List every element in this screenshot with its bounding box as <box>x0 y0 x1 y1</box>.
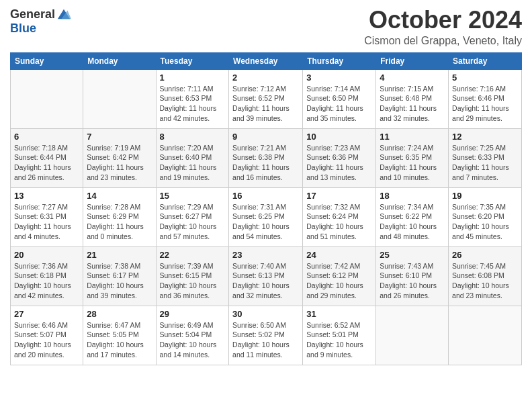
day-number: 13 <box>14 191 79 201</box>
calendar-cell: 14Sunrise: 7:28 AM Sunset: 6:29 PM Dayli… <box>83 187 156 246</box>
calendar-cell: 18Sunrise: 7:34 AM Sunset: 6:22 PM Dayli… <box>376 187 449 246</box>
calendar-header-saturday: Saturday <box>449 52 522 69</box>
calendar-cell: 1Sunrise: 7:11 AM Sunset: 6:53 PM Daylig… <box>156 69 229 128</box>
day-number: 26 <box>452 250 518 260</box>
day-number: 14 <box>87 191 152 201</box>
day-number: 4 <box>380 73 445 83</box>
day-detail: Sunrise: 6:52 AM Sunset: 5:01 PM Dayligh… <box>306 320 372 360</box>
calendar-cell: 28Sunrise: 6:47 AM Sunset: 5:05 PM Dayli… <box>83 306 156 365</box>
day-detail: Sunrise: 7:35 AM Sunset: 6:20 PM Dayligh… <box>452 202 518 242</box>
day-number: 30 <box>232 309 299 319</box>
day-detail: Sunrise: 7:16 AM Sunset: 6:46 PM Dayligh… <box>452 84 518 124</box>
day-detail: Sunrise: 6:50 AM Sunset: 5:02 PM Dayligh… <box>232 320 299 360</box>
day-number: 28 <box>87 309 152 319</box>
day-detail: Sunrise: 7:43 AM Sunset: 6:10 PM Dayligh… <box>380 261 445 301</box>
day-detail: Sunrise: 7:45 AM Sunset: 6:08 PM Dayligh… <box>452 261 518 301</box>
day-detail: Sunrise: 7:12 AM Sunset: 6:52 PM Dayligh… <box>232 84 299 124</box>
calendar-week-row: 27Sunrise: 6:46 AM Sunset: 5:07 PM Dayli… <box>11 306 522 365</box>
day-detail: Sunrise: 7:11 AM Sunset: 6:53 PM Dayligh… <box>160 84 226 124</box>
calendar-cell: 12Sunrise: 7:25 AM Sunset: 6:33 PM Dayli… <box>449 128 522 187</box>
calendar-cell <box>11 69 83 128</box>
day-number: 6 <box>14 132 79 142</box>
calendar-cell <box>449 306 522 365</box>
day-detail: Sunrise: 6:47 AM Sunset: 5:05 PM Dayligh… <box>87 320 152 360</box>
day-number: 29 <box>160 309 226 319</box>
day-number: 18 <box>380 191 445 201</box>
day-number: 8 <box>160 132 226 142</box>
calendar-cell: 3Sunrise: 7:14 AM Sunset: 6:50 PM Daylig… <box>303 69 376 128</box>
calendar-cell: 15Sunrise: 7:29 AM Sunset: 6:27 PM Dayli… <box>156 187 229 246</box>
calendar-table: SundayMondayTuesdayWednesdayThursdayFrid… <box>10 52 522 365</box>
day-number: 7 <box>87 132 152 142</box>
day-number: 2 <box>232 73 299 83</box>
day-number: 21 <box>87 250 152 260</box>
logo-general-text: General <box>10 7 55 21</box>
day-detail: Sunrise: 7:29 AM Sunset: 6:27 PM Dayligh… <box>160 202 226 242</box>
calendar-week-row: 20Sunrise: 7:36 AM Sunset: 6:18 PM Dayli… <box>11 246 522 306</box>
day-detail: Sunrise: 7:19 AM Sunset: 6:42 PM Dayligh… <box>87 143 152 183</box>
calendar-cell: 7Sunrise: 7:19 AM Sunset: 6:42 PM Daylig… <box>83 128 156 187</box>
calendar-week-row: 6Sunrise: 7:18 AM Sunset: 6:44 PM Daylig… <box>11 128 522 187</box>
calendar-header-sunday: Sunday <box>11 52 83 69</box>
day-detail: Sunrise: 7:28 AM Sunset: 6:29 PM Dayligh… <box>87 202 152 242</box>
logo: General Blue <box>10 7 71 36</box>
day-detail: Sunrise: 7:25 AM Sunset: 6:33 PM Dayligh… <box>452 143 518 183</box>
calendar-cell: 4Sunrise: 7:15 AM Sunset: 6:48 PM Daylig… <box>376 69 449 128</box>
calendar-cell: 5Sunrise: 7:16 AM Sunset: 6:46 PM Daylig… <box>449 69 522 128</box>
day-detail: Sunrise: 7:38 AM Sunset: 6:17 PM Dayligh… <box>87 261 152 301</box>
month-title: October 2024 <box>364 7 522 34</box>
day-detail: Sunrise: 7:31 AM Sunset: 6:25 PM Dayligh… <box>232 202 299 242</box>
title-block: October 2024 Cismon del Grappa, Veneto, … <box>364 7 522 47</box>
day-number: 3 <box>306 73 372 83</box>
calendar-cell: 31Sunrise: 6:52 AM Sunset: 5:01 PM Dayli… <box>303 306 376 365</box>
calendar-cell: 9Sunrise: 7:21 AM Sunset: 6:38 PM Daylig… <box>229 128 303 187</box>
calendar-cell: 8Sunrise: 7:20 AM Sunset: 6:40 PM Daylig… <box>156 128 229 187</box>
day-detail: Sunrise: 7:36 AM Sunset: 6:18 PM Dayligh… <box>14 261 79 301</box>
calendar-cell: 24Sunrise: 7:42 AM Sunset: 6:12 PM Dayli… <box>303 246 376 306</box>
calendar-cell: 23Sunrise: 7:40 AM Sunset: 6:13 PM Dayli… <box>229 246 303 306</box>
day-detail: Sunrise: 7:24 AM Sunset: 6:35 PM Dayligh… <box>380 143 445 183</box>
day-number: 10 <box>306 132 372 142</box>
day-number: 25 <box>380 250 445 260</box>
calendar-cell: 25Sunrise: 7:43 AM Sunset: 6:10 PM Dayli… <box>376 246 449 306</box>
calendar-cell: 21Sunrise: 7:38 AM Sunset: 6:17 PM Dayli… <box>83 246 156 306</box>
calendar-header-tuesday: Tuesday <box>156 52 229 69</box>
day-detail: Sunrise: 7:20 AM Sunset: 6:40 PM Dayligh… <box>160 143 226 183</box>
calendar-cell: 16Sunrise: 7:31 AM Sunset: 6:25 PM Dayli… <box>229 187 303 246</box>
calendar-cell: 2Sunrise: 7:12 AM Sunset: 6:52 PM Daylig… <box>229 69 303 128</box>
calendar-header-monday: Monday <box>83 52 156 69</box>
day-number: 22 <box>160 250 226 260</box>
calendar-cell: 30Sunrise: 6:50 AM Sunset: 5:02 PM Dayli… <box>229 306 303 365</box>
logo-icon <box>56 7 71 21</box>
day-number: 16 <box>232 191 299 201</box>
calendar-header-friday: Friday <box>376 52 449 69</box>
day-number: 15 <box>160 191 226 201</box>
day-number: 24 <box>306 250 372 260</box>
calendar-cell <box>376 306 449 365</box>
day-detail: Sunrise: 7:14 AM Sunset: 6:50 PM Dayligh… <box>306 84 372 124</box>
day-number: 9 <box>232 132 299 142</box>
logo-blue-text: Blue <box>10 21 36 36</box>
calendar-header-wednesday: Wednesday <box>229 52 303 69</box>
day-number: 20 <box>14 250 79 260</box>
day-detail: Sunrise: 7:23 AM Sunset: 6:36 PM Dayligh… <box>306 143 372 183</box>
calendar-cell: 22Sunrise: 7:39 AM Sunset: 6:15 PM Dayli… <box>156 246 229 306</box>
calendar-cell <box>83 69 156 128</box>
day-detail: Sunrise: 7:32 AM Sunset: 6:24 PM Dayligh… <box>306 202 372 242</box>
day-detail: Sunrise: 7:15 AM Sunset: 6:48 PM Dayligh… <box>380 84 445 124</box>
day-detail: Sunrise: 7:21 AM Sunset: 6:38 PM Dayligh… <box>232 143 299 183</box>
calendar-cell: 11Sunrise: 7:24 AM Sunset: 6:35 PM Dayli… <box>376 128 449 187</box>
calendar-week-row: 1Sunrise: 7:11 AM Sunset: 6:53 PM Daylig… <box>11 69 522 128</box>
day-number: 27 <box>14 309 79 319</box>
day-number: 19 <box>452 191 518 201</box>
day-detail: Sunrise: 7:34 AM Sunset: 6:22 PM Dayligh… <box>380 202 445 242</box>
day-number: 23 <box>232 250 299 260</box>
calendar-cell: 27Sunrise: 6:46 AM Sunset: 5:07 PM Dayli… <box>11 306 83 365</box>
calendar-cell: 29Sunrise: 6:49 AM Sunset: 5:04 PM Dayli… <box>156 306 229 365</box>
day-detail: Sunrise: 7:39 AM Sunset: 6:15 PM Dayligh… <box>160 261 226 301</box>
calendar-cell: 6Sunrise: 7:18 AM Sunset: 6:44 PM Daylig… <box>11 128 83 187</box>
calendar-cell: 19Sunrise: 7:35 AM Sunset: 6:20 PM Dayli… <box>449 187 522 246</box>
calendar-cell: 10Sunrise: 7:23 AM Sunset: 6:36 PM Dayli… <box>303 128 376 187</box>
calendar-cell: 17Sunrise: 7:32 AM Sunset: 6:24 PM Dayli… <box>303 187 376 246</box>
day-number: 5 <box>452 73 518 83</box>
